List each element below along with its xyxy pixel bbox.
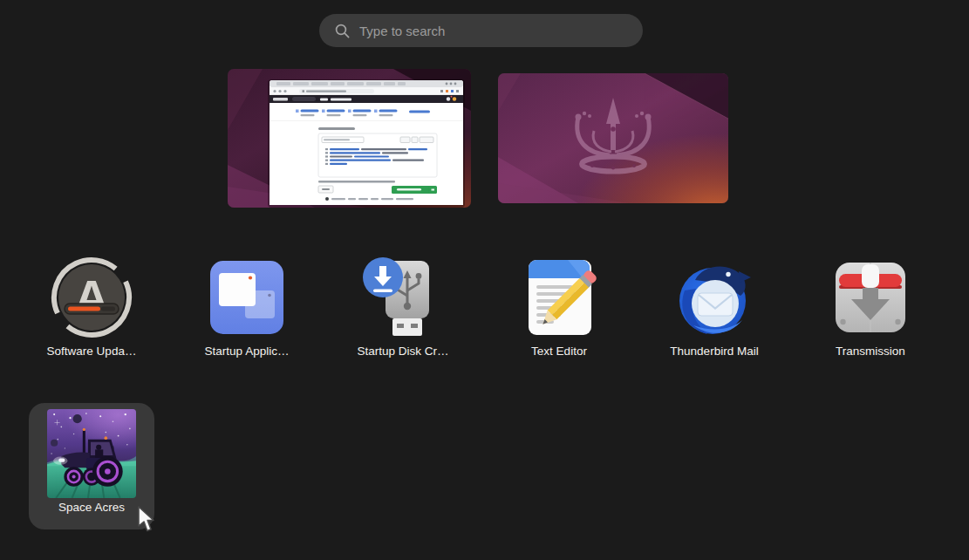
startup-applications-icon	[205, 256, 289, 339]
workspace-thumbnail-1[interactable]	[228, 69, 471, 208]
app-transmission[interactable]: Transmission	[808, 250, 933, 377]
app-space-acres[interactable]: Space Acres	[29, 403, 154, 529]
startup-disk-creator-icon	[361, 256, 445, 339]
svg-text:A: A	[74, 270, 109, 324]
activities-overview: Type to search	[0, 0, 969, 560]
app-label: Startup Applic…	[167, 345, 327, 358]
app-text-editor[interactable]: Text Editor	[496, 250, 622, 377]
app-startup-applications[interactable]: Startup Applic…	[184, 250, 310, 377]
search-placeholder: Type to search	[359, 24, 445, 38]
workspace-preview-desktop	[498, 73, 728, 203]
text-editor-icon	[517, 256, 601, 339]
software-updater-icon: A	[50, 256, 133, 339]
space-acres-icon	[47, 409, 136, 498]
app-label: Thunderbird Mail	[634, 345, 795, 358]
app-label: Software Upda…	[11, 345, 172, 358]
thunderbird-mail-icon	[672, 256, 756, 339]
app-label: Space Acres	[11, 501, 172, 514]
app-startup-disk-creator[interactable]: Startup Disk Cr…	[340, 250, 466, 377]
workspace-thumbnail-2[interactable]	[498, 73, 728, 203]
search-bar[interactable]: Type to search	[319, 14, 643, 47]
workspace-preview-browser	[228, 69, 471, 208]
search-icon	[335, 24, 350, 38]
app-software-updater[interactable]: A Software Upda…	[29, 250, 154, 377]
app-label: Transmission	[790, 345, 951, 358]
app-label: Startup Disk Cr…	[323, 345, 483, 358]
app-thunderbird-mail[interactable]: Thunderbird Mail	[652, 250, 777, 377]
app-label: Text Editor	[479, 345, 639, 358]
transmission-icon	[829, 256, 912, 339]
